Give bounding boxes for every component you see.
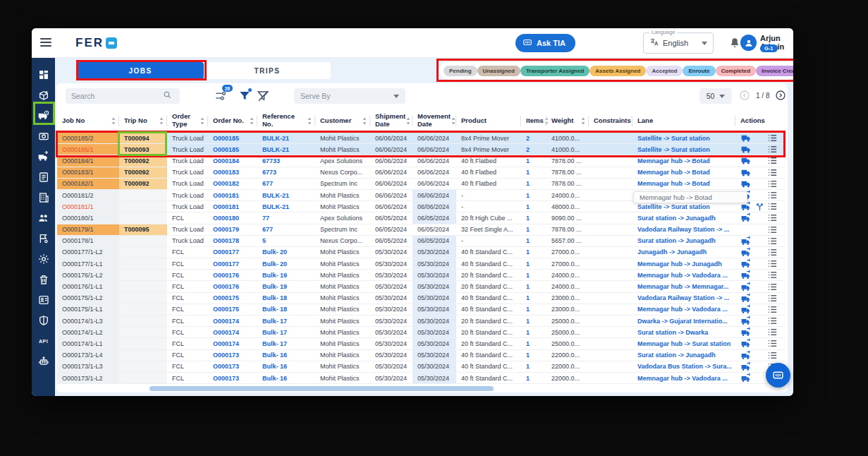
assign-truck-icon[interactable] xyxy=(741,304,752,315)
table-row[interactable]: O000177/1-L1FCLO000177Bulk- 20Mohit Plas… xyxy=(57,258,785,270)
assign-truck-icon[interactable] xyxy=(741,361,752,372)
columns-settings-icon[interactable]: 26 xyxy=(214,90,227,102)
assign-truck-icon[interactable] xyxy=(741,350,752,361)
sidebar-item-assistant-icon[interactable] xyxy=(32,353,55,370)
cell-lane-link[interactable]: Surat station -> Junagadh xyxy=(632,212,735,223)
assign-truck-icon[interactable] xyxy=(741,293,752,304)
col-customer[interactable]: Customer xyxy=(315,109,370,132)
truck-assigned-icon[interactable] xyxy=(741,144,752,155)
cell-lane-link[interactable]: Memnagar hub -> Botad xyxy=(632,167,735,178)
sidebar-item-api[interactable]: API xyxy=(32,332,55,349)
job-details-icon[interactable] xyxy=(767,144,778,155)
table-row[interactable]: O000173/1-L2FCLO000173Bulk- 16Mohit Plas… xyxy=(57,373,785,384)
table-row[interactable]: O000174/1-L2FCLO000174Bulk- 17Mohit Plas… xyxy=(57,327,785,338)
status-chip-invoice-created[interactable]: Invoice Created xyxy=(756,66,793,76)
col-shipment-date[interactable]: Shipment Date xyxy=(370,109,412,132)
cell-reference-no-link[interactable]: Bulk- 20 xyxy=(257,258,315,269)
table-row[interactable]: O000185/1T000093Truck LoadO000185BULK-21… xyxy=(57,144,785,155)
sidebar-item-scan-icon[interactable] xyxy=(32,128,55,145)
cell-lane-link[interactable]: Memnagar hub -> Vadodara ... xyxy=(632,304,735,315)
cell-order-no-link[interactable]: O000179 xyxy=(208,224,257,235)
tab-trips[interactable]: TRIPS xyxy=(204,62,331,79)
next-page-icon[interactable] xyxy=(775,90,786,101)
col-weight[interactable]: Weight xyxy=(546,109,589,132)
sidebar-item-contacts-icon[interactable] xyxy=(32,292,55,308)
col-trip-no[interactable]: Trip No xyxy=(119,109,167,132)
table-row[interactable]: O000176/1-L2FCLO000176Bulk- 19Mohit Plas… xyxy=(57,270,785,281)
table-row[interactable]: O000184/1T000092Truck LoadO00018467733Ap… xyxy=(57,155,785,167)
sidebar-item-company-icon[interactable] xyxy=(32,189,55,206)
col-order-type[interactable]: Order Type xyxy=(167,109,208,132)
cell-reference-no-link[interactable]: BULK-21 xyxy=(257,190,315,200)
sidebar-item-dashboard-icon[interactable] xyxy=(32,66,55,83)
cell-order-no-link[interactable]: O000181 xyxy=(208,201,257,212)
cell-reference-no-link[interactable]: Bulk- 19 xyxy=(257,281,315,292)
cell-reference-no-link[interactable]: Bulk- 20 xyxy=(257,247,315,258)
cell-lane-link[interactable]: Satellite -> Surat station xyxy=(632,133,735,143)
cell-order-no-link[interactable]: O000174 xyxy=(208,338,257,349)
table-row[interactable]: O000174/1-L1FCLO000174Bulk- 17Mohit Plas… xyxy=(57,338,785,349)
assign-truck-icon[interactable] xyxy=(741,282,752,292)
cell-order-no-link[interactable]: O000182 xyxy=(208,179,257,189)
cell-reference-no-link[interactable]: Bulk- 16 xyxy=(257,350,315,361)
cell-reference-no-link[interactable]: Bulk- 17 xyxy=(257,327,315,337)
status-chip-enroute[interactable]: Enroute xyxy=(683,66,715,76)
cell-lane-link[interactable]: Vadodara Bus Station -> Sura... xyxy=(632,361,735,372)
truck-assigned-icon[interactable] xyxy=(741,155,752,166)
horizontal-scrollbar[interactable] xyxy=(149,386,494,391)
sidebar-item-dispatch-icon[interactable] xyxy=(32,148,55,165)
table-row[interactable]: O000177/1-L2FCLO000177Bulk- 20Mohit Plas… xyxy=(57,247,785,258)
cell-order-no-link[interactable]: O000184 xyxy=(208,155,257,166)
job-details-icon[interactable] xyxy=(767,155,778,166)
cell-reference-no-link[interactable]: Bulk- 18 xyxy=(257,304,315,315)
notifications-bell-icon[interactable] xyxy=(728,37,741,49)
status-chip-completed[interactable]: Completed xyxy=(716,66,756,76)
ask-tia-button[interactable]: Ask TIA xyxy=(515,34,575,52)
job-details-icon[interactable] xyxy=(767,316,778,326)
cell-order-no-link[interactable]: O000185 xyxy=(208,133,257,143)
truck-assigned-icon[interactable] xyxy=(741,167,752,178)
assign-truck-icon[interactable] xyxy=(741,258,752,269)
cell-reference-no-link[interactable]: 77 xyxy=(257,212,315,223)
cell-lane-link[interactable]: Surat station -> Dwarka xyxy=(632,327,735,337)
sidebar-item-bin-icon[interactable] xyxy=(32,271,55,288)
search-box[interactable] xyxy=(66,88,180,104)
table-row[interactable]: O000180/1FCLO00018077Apex Solutions06/05… xyxy=(57,212,785,224)
cell-order-no-link[interactable]: O000177 xyxy=(208,258,257,269)
sidebar-item-partners-icon[interactable] xyxy=(32,210,55,227)
job-details-icon[interactable] xyxy=(767,293,778,304)
job-details-icon[interactable] xyxy=(767,212,778,223)
assign-truck-icon[interactable] xyxy=(741,338,752,349)
col-movement-date[interactable]: Movement Date xyxy=(412,109,456,132)
cell-reference-no-link[interactable]: BULK-21 xyxy=(257,201,315,212)
status-chip-pending[interactable]: Pending xyxy=(444,66,477,76)
table-row[interactable]: O000174/1-L3FCLO000174Bulk- 17Mohit Plas… xyxy=(57,316,785,327)
job-details-icon[interactable] xyxy=(767,304,778,315)
cell-lane-link[interactable]: Vadodara Railway Station -> ... xyxy=(632,293,735,304)
table-row[interactable]: O000182/1T000092Truck LoadO000182677Spec… xyxy=(57,179,785,190)
job-details-icon[interactable] xyxy=(767,258,778,269)
assign-truck-icon[interactable] xyxy=(741,212,752,223)
cell-order-no-link[interactable]: O000174 xyxy=(208,327,257,337)
status-chip-accepted[interactable]: Accepted xyxy=(646,66,683,76)
cell-lane-link[interactable]: Memnagar hub -> Vadodara ... xyxy=(632,270,735,280)
assign-truck-icon[interactable] xyxy=(741,316,752,326)
cell-lane-link[interactable]: Memnagar hub -> Botad xyxy=(632,155,735,166)
sidebar-item-jobs-trips-icon[interactable] xyxy=(32,107,55,124)
assign-truck-icon[interactable] xyxy=(741,270,752,280)
filter-icon[interactable] xyxy=(238,90,251,102)
job-details-icon[interactable] xyxy=(767,133,778,143)
cell-order-no-link[interactable]: O000173 xyxy=(208,350,257,361)
cell-lane-link[interactable]: Satellite -> Surat station xyxy=(632,144,735,155)
cell-reference-no-link[interactable]: Bulk- 17 xyxy=(257,316,315,326)
table-row[interactable]: O000175/1-L1FCLO000175Bulk- 18Mohit Plas… xyxy=(57,304,785,316)
table-row[interactable]: O000176/1-L1FCLO000176Bulk- 19Mohit Plas… xyxy=(57,281,785,292)
col-items[interactable]: Items xyxy=(521,109,546,132)
cell-reference-no-link[interactable]: BULK-21 xyxy=(257,133,315,143)
job-details-icon[interactable] xyxy=(767,167,778,178)
cell-order-no-link[interactable]: O000185 xyxy=(208,144,257,155)
cell-order-no-link[interactable]: O000173 xyxy=(208,361,257,372)
cell-reference-no-link[interactable]: Bulk- 16 xyxy=(257,361,315,372)
cell-lane-link[interactable]: Memnagar hub -> Botad xyxy=(632,179,735,189)
table-row[interactable]: O000185/2T000094Truck LoadO000185BULK-21… xyxy=(57,133,785,144)
